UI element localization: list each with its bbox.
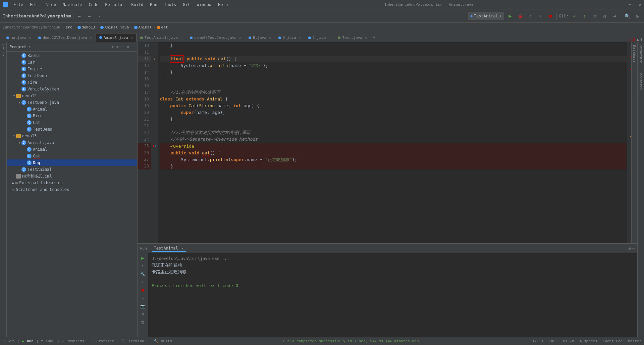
run-minimize-btn[interactable]: — (632, 246, 635, 251)
settings-btn[interactable]: ⚙ (633, 12, 641, 20)
run-trash-btn[interactable]: 🗑 (140, 319, 146, 326)
git-check-btn[interactable]: ✓ (571, 12, 579, 20)
tree-scratches[interactable]: ✎ Scratches and Consoles (7, 186, 137, 193)
git-status-label[interactable]: Git (8, 339, 14, 343)
project-tab[interactable]: Project (2, 44, 5, 56)
run-tab-close[interactable]: ✕ (182, 247, 184, 250)
tab-mo[interactable]: mo.java ✕ (3, 33, 35, 42)
menu-edit[interactable]: Edit (29, 2, 41, 8)
maximize-btn[interactable]: □ (634, 2, 636, 7)
branch[interactable]: master (628, 339, 641, 343)
minimize-btn[interactable]: ─ (629, 2, 631, 7)
run-settings-btn[interactable]: ⚙ (629, 246, 631, 251)
run-status-label[interactable]: Run (27, 339, 34, 343)
menu-git[interactable]: Git (181, 2, 192, 8)
tab-testanimal-close[interactable]: ✕ (180, 36, 182, 40)
tab-testjava-close[interactable]: ✕ (365, 36, 367, 40)
panel-settings-btn[interactable]: ⋮ (120, 44, 125, 49)
menu-file[interactable]: File (12, 2, 24, 8)
tree-testdemo-v1[interactable]: C TestDemo (7, 72, 137, 79)
debug-btn[interactable]: 🐞 (516, 12, 524, 20)
menu-run[interactable]: Run (149, 2, 159, 8)
tree-external-libs[interactable]: ▶ ⊞ External Libraries (7, 180, 137, 186)
run-scroll-up-btn[interactable]: ↑ (140, 263, 146, 269)
bc-eat[interactable]: eat (161, 25, 168, 29)
run-wrap-btn[interactable]: ↵ (140, 295, 146, 301)
bookmarks-tab[interactable]: Bookmarks (639, 72, 643, 90)
tab-cjava[interactable]: C.java ✕ (305, 33, 334, 42)
tab-testdemo6-close[interactable]: ✕ (239, 36, 241, 40)
profile-btn[interactable]: ⚡ (536, 12, 544, 20)
git-revert-btn[interactable]: ↩ (611, 12, 619, 20)
encoding[interactable]: UTF-8 (563, 339, 574, 343)
tree-baoma[interactable]: C Baoma (7, 52, 137, 59)
scroll-up[interactable]: ▲ (637, 37, 639, 42)
fwd-btn[interactable]: → (86, 12, 94, 20)
bc-animal[interactable]: Animal (139, 25, 152, 29)
git-status-icon[interactable]: ⑂ (3, 339, 5, 343)
tab-djava-close[interactable]: ✕ (299, 36, 301, 40)
menu-window[interactable]: Window (196, 2, 213, 8)
panel-gear-btn[interactable]: ⚙ (126, 44, 130, 49)
tab-mo-close[interactable]: ✕ (29, 36, 31, 40)
stop-btn[interactable]: ■ (546, 12, 554, 20)
back-btn[interactable]: ← (75, 12, 84, 20)
tab-djava[interactable]: D.java ✕ (275, 33, 305, 42)
line-ending[interactable]: CRLF (549, 339, 558, 343)
run-play-btn[interactable]: ▶ (140, 255, 146, 261)
tab-cjava-close[interactable]: ✕ (328, 36, 330, 40)
database-tab[interactable]: Database (631, 42, 637, 243)
tree-demo13[interactable]: ▾ demo13 (7, 133, 137, 139)
tree-testanimal[interactable]: J TestAnimal (7, 166, 137, 173)
menu-help[interactable]: Help (217, 2, 229, 8)
git-history-btn[interactable]: ◷ (601, 12, 609, 20)
tab-testdemo12-close[interactable]: ✕ (90, 36, 92, 40)
panel-dropdown[interactable]: ▾ (29, 45, 31, 49)
git-update-btn[interactable]: ↑ (581, 12, 589, 20)
tree-iml[interactable]: 继承和多态.iml (7, 173, 137, 180)
problems-label[interactable]: ⚠ Problems (62, 339, 84, 343)
menu-view[interactable]: View (45, 2, 57, 8)
tree-animaljava-file[interactable]: ▾ J Animal.java (7, 139, 137, 146)
panel-collapse-btn[interactable]: ≡ (116, 44, 119, 49)
tree-dog-d13[interactable]: C Dog (7, 159, 137, 166)
structure-tab[interactable]: Structure (639, 45, 643, 63)
menu-code[interactable]: Code (88, 2, 100, 8)
cursor-btn[interactable]: ↗ (96, 12, 104, 20)
tree-cat-d13[interactable]: C Cat (7, 153, 137, 159)
indent[interactable]: 4 spaces (580, 339, 597, 343)
tree-demo12[interactable]: ▾ demo12 (7, 92, 137, 99)
coverage-btn[interactable]: ☂ (526, 12, 534, 20)
tree-cat-d12[interactable]: C Cat (7, 119, 137, 126)
line-col[interactable]: 12:11 (532, 339, 543, 343)
run-scroll-down-btn[interactable]: ↓ (140, 279, 146, 285)
tab-bjava-close[interactable]: ✕ (269, 36, 271, 40)
tree-vehiclesystem[interactable]: C VehicleSystem (7, 86, 137, 92)
git-branch-btn[interactable]: ⟳ (591, 12, 599, 20)
tab-animaljava[interactable]: Animal.java ✕ (96, 33, 137, 42)
tab-bjava[interactable]: B.java ✕ (245, 33, 275, 42)
tree-animal-d12[interactable]: C Animal (7, 106, 137, 113)
code-lines-area[interactable]: } final public void eat() { System.out.p… (158, 42, 627, 243)
run-settings2-btn[interactable]: ⚙ (140, 311, 146, 318)
tree-tire[interactable]: C Tire (7, 79, 137, 86)
tree-car[interactable]: C Car (7, 59, 137, 66)
run-stop-btn[interactable]: ■ (140, 287, 146, 293)
panel-scope-btn[interactable]: ⊕ (111, 44, 114, 49)
code-container[interactable]: 10 11 12 13 14 15 16 17 18 19 20 21 22 2… (138, 42, 637, 243)
run-tab-testanimal[interactable]: TestAnimal ✕ (152, 245, 186, 252)
event-log[interactable]: Event Log (603, 339, 623, 343)
profiler-label[interactable]: ⚡ Profiler (92, 339, 114, 343)
menu-build[interactable]: Build (130, 2, 145, 8)
tree-bird[interactable]: C Bird (7, 113, 137, 119)
tab-testanimal[interactable]: TestAnimal.java ✕ (137, 33, 186, 42)
run-screenshot-btn[interactable]: 📷 (140, 303, 146, 309)
bc-animaljava[interactable]: Animal.java (105, 25, 129, 29)
menu-navigate[interactable]: Navigate (61, 2, 84, 8)
run-config-selector[interactable]: ● TestAnimal ▾ (468, 12, 504, 20)
bc-src[interactable]: src (65, 25, 72, 29)
tree-testdemo-d12[interactable]: C TestDemo (7, 126, 137, 133)
tree-testdemo12-file[interactable]: ▾ J TestDemo.java (7, 99, 137, 106)
bc-demo13[interactable]: demo13 (82, 25, 95, 29)
tab-testdemo6[interactable]: demo6\TestDemo.java ✕ (186, 33, 245, 42)
